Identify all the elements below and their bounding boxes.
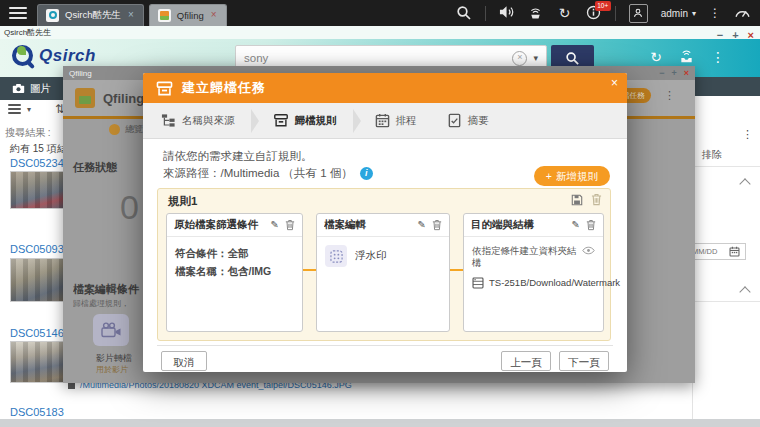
qsirch-logo: Qsirch: [12, 45, 96, 66]
rule-flow-connector: [450, 269, 463, 271]
edit-icon[interactable]: ✎: [572, 220, 580, 230]
step-summary[interactable]: 摘要: [447, 113, 489, 128]
previous-button[interactable]: 上一頁: [501, 351, 551, 371]
result-link[interactable]: DSC05183: [10, 406, 64, 418]
archive-box-icon: [156, 81, 173, 96]
edit-icon[interactable]: ✎: [418, 220, 426, 230]
file-edit-section-heading: 檔案編輯條件: [73, 282, 143, 297]
source-path-line: 來源路徑：/Multimedia （共有 1 個） i: [163, 166, 373, 181]
qsirch-app-icon: [46, 9, 59, 22]
close-icon[interactable]: ×: [748, 30, 754, 41]
plus-icon: +: [546, 166, 552, 186]
info-icon[interactable]: i: [360, 167, 373, 180]
panel-header: 檔案編輯 ✎: [317, 214, 449, 237]
next-button[interactable]: 下一頁: [559, 351, 609, 371]
divider: [693, 166, 760, 167]
rule-title: 規則1: [168, 194, 197, 209]
qsirch-window-titlebar[interactable]: Qsirch酷先生: [0, 26, 760, 39]
preview-eye-icon[interactable]: [582, 246, 595, 255]
chevron-down-icon: ▾: [692, 9, 696, 18]
step-archive-rules[interactable]: 歸檔規則: [273, 113, 337, 128]
refresh-icon[interactable]: ↻: [650, 50, 662, 64]
step-schedule[interactable]: 排程: [375, 113, 417, 128]
index-status-icon[interactable]: [679, 49, 694, 64]
collapse-section-icon[interactable]: [739, 178, 750, 189]
result-link[interactable]: DSC05093: [10, 243, 64, 255]
minimize-icon[interactable]: −: [717, 30, 723, 41]
qsirch-filter-panel: ⋮ 排除: [692, 96, 760, 419]
qfiling-window-title: Qfiling: [69, 69, 92, 78]
filter-options-icon[interactable]: ⋮: [742, 128, 753, 141]
rule-container: 規則1 原始檔案篩選條件 ✎ 符合條件：全: [157, 188, 611, 341]
cancel-button[interactable]: 取消: [161, 351, 207, 371]
source-path-text: 來源路徑：/Multimedia （共有 1 個）: [163, 166, 353, 181]
close-tab-icon[interactable]: ×: [127, 10, 135, 20]
step-label: 名稱與來源: [182, 114, 235, 128]
sync-icon[interactable]: ↻: [557, 5, 573, 21]
divider: [693, 301, 760, 302]
chevron-down-icon[interactable]: ▾: [27, 105, 31, 114]
search-input[interactable]: [236, 52, 512, 64]
add-rule-button[interactable]: + 新增規則: [534, 166, 610, 186]
taskbar-tab-label: Qfiling: [177, 10, 204, 21]
volume-icon[interactable]: [499, 5, 515, 21]
close-tab-icon[interactable]: ×: [210, 10, 218, 20]
task-count: 0: [120, 188, 139, 227]
user-menu[interactable]: admin ▾: [661, 8, 696, 19]
panel-header: 目的端與結構 ✎: [464, 214, 603, 237]
qsirch-wordmark: Qsirch: [39, 46, 96, 66]
window-bottom-edge: [0, 419, 760, 427]
calendar-icon[interactable]: [729, 246, 740, 257]
search-icon[interactable]: [456, 5, 472, 21]
category-tab-label: 圖片: [30, 82, 51, 96]
panel-title: 原始檔案篩選條件: [174, 218, 265, 232]
close-icon[interactable]: ×: [684, 69, 689, 78]
rule-intro-text: 請依您的需求建立自訂規則。: [163, 149, 313, 164]
delete-rule-icon[interactable]: [591, 193, 602, 206]
result-link[interactable]: DSC05146: [10, 327, 64, 339]
view-mode-icon[interactable]: [8, 104, 21, 114]
save-rule-icon[interactable]: [571, 194, 583, 206]
exclude-filter-label[interactable]: 排除: [702, 148, 722, 162]
watermark-icon: [325, 245, 347, 267]
maximize-icon[interactable]: +: [732, 30, 738, 41]
taskbar-tab-qsirch[interactable]: Qsirch酷先生 ×: [37, 4, 144, 26]
wizard-steps: 名稱與來源 歸檔規則 排程 摘要: [143, 103, 627, 139]
filter-conditions-panel: 原始檔案篩選條件 ✎ 符合條件：全部 檔案名稱：包含/IMG: [166, 213, 303, 332]
category-tab-images[interactable]: 圖片: [0, 77, 63, 100]
edit-icon[interactable]: ✎: [271, 220, 279, 230]
trash-icon[interactable]: [432, 219, 442, 231]
main-menu-icon[interactable]: [9, 7, 27, 19]
close-dialog-icon[interactable]: ×: [611, 77, 618, 89]
user-icon[interactable]: [629, 4, 648, 23]
more-options-icon: ⋮: [664, 89, 675, 102]
clear-search-icon[interactable]: ×: [512, 51, 527, 66]
divider: [615, 6, 616, 21]
dialog-title: 建立歸檔任務: [182, 79, 266, 97]
qsirch-window-title: Qsirch酷先生: [4, 28, 51, 37]
step-name-source[interactable]: 名稱與來源: [161, 113, 235, 128]
result-link[interactable]: DSC05234: [10, 157, 64, 169]
video-transcode-icon: [93, 314, 129, 346]
backup-station-icon[interactable]: [528, 5, 544, 21]
date-filter-field: [688, 243, 746, 260]
search-options-chevron-icon[interactable]: ▾: [527, 53, 546, 63]
trash-icon[interactable]: [285, 219, 295, 231]
file-edit-section-subtext: 歸檔處理規則，: [73, 298, 143, 309]
maximize-icon[interactable]: +: [671, 69, 676, 78]
qfiling-app-name: Qfiling: [103, 91, 144, 106]
taskbar-tab-label: Qsirch酷先生: [65, 9, 121, 22]
divider: [157, 345, 613, 346]
video-transcode-sublabel: 用於影片: [96, 364, 128, 375]
resource-monitor-icon[interactable]: [734, 5, 750, 21]
add-rule-label: 新增規則: [556, 166, 598, 186]
more-options-icon[interactable]: ⋮: [711, 50, 725, 64]
trash-icon[interactable]: [586, 219, 596, 231]
more-options-icon[interactable]: ⋮: [709, 7, 721, 19]
date-input[interactable]: [689, 247, 729, 256]
taskbar-tab-qfiling[interactable]: Qfiling ×: [149, 4, 227, 26]
notifications-icon[interactable]: 10+: [586, 5, 602, 21]
minimize-icon[interactable]: −: [659, 69, 664, 78]
collapse-section-icon[interactable]: [739, 286, 750, 297]
destination-path: TS-251B/Download/Watermark: [489, 277, 620, 288]
